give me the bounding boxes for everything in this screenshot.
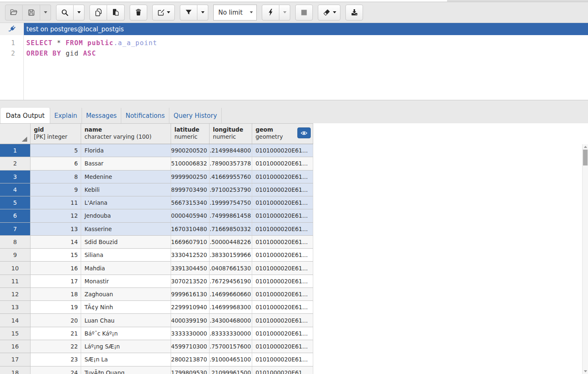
cell-geom[interactable]: 0101000020E61… (252, 183, 313, 196)
code-line-1[interactable]: SELECT * FROM public.a_a_point (26, 38, 157, 48)
cell-latitude[interactable]: 3070213520 (171, 275, 210, 288)
cell-gid[interactable]: 5 (31, 144, 81, 157)
cell-gid[interactable]: 21 (31, 327, 81, 340)
row-number-cell[interactable]: 7 (0, 223, 31, 236)
table-row[interactable]: 9 15 Siliana 3330412520 .38330159966 010… (0, 249, 313, 262)
cell-gid[interactable]: 13 (31, 223, 81, 236)
cell-longitude[interactable]: .83333330000 (210, 327, 252, 340)
table-row[interactable]: 3 8 Medenine 9999900250 .41669955760 010… (0, 170, 313, 183)
cell-latitude[interactable]: 1799809530 (171, 366, 210, 374)
execute-options-caret-button[interactable] (279, 5, 290, 20)
cell-name[interactable]: L'Ariana (81, 196, 171, 209)
table-row[interactable]: 7 13 Kasserine 1670310480 .71669850332 0… (0, 223, 313, 236)
row-number-cell[interactable]: 1 (0, 144, 31, 157)
cell-geom[interactable]: 0101000020E61… (252, 223, 313, 236)
row-number-cell[interactable]: 10 (0, 262, 31, 275)
cell-longitude[interactable]: .75700157600 (210, 340, 252, 353)
table-row[interactable]: 8 14 Sdid Bouzid 1669607910 .50000448226… (0, 236, 313, 249)
cell-longitude[interactable]: .34300468000 (210, 314, 252, 327)
cell-gid[interactable]: 11 (31, 196, 81, 209)
cell-geom[interactable]: 0101000020E61… (252, 157, 313, 170)
save-options-caret-button[interactable] (40, 5, 51, 20)
stop-button[interactable] (295, 5, 313, 20)
row-number-cell[interactable]: 12 (0, 288, 31, 301)
paste-button[interactable] (107, 5, 125, 20)
tab-query-history[interactable]: Query History (169, 108, 222, 123)
cell-gid[interactable]: 9 (31, 183, 81, 196)
table-row[interactable]: 16 22 Láº¡ng SÆ¡n 4599710300 .7570015760… (0, 340, 313, 353)
cell-name[interactable]: Siliana (81, 249, 171, 262)
cell-gid[interactable]: 24 (31, 366, 81, 374)
table-row[interactable]: 13 19 TÃ¢y Ninh 2299910940 .14699968300 … (0, 301, 313, 314)
cell-geom[interactable]: 0101000020E61… (252, 288, 313, 301)
filter-options-caret-button[interactable] (197, 5, 208, 20)
cell-name[interactable]: Láº¡ng SÆ¡n (81, 340, 171, 353)
cell-name[interactable]: Monastir (81, 275, 171, 288)
cell-geom[interactable]: 0101000020E61… (252, 209, 313, 222)
row-number-cell[interactable]: 2 (0, 157, 31, 170)
cell-geom[interactable]: 0101000020E61… (252, 275, 313, 288)
table-row[interactable]: 14 20 Luan Chau 4000399190 .34300468000 … (0, 314, 313, 327)
row-number-cell[interactable]: 5 (0, 196, 31, 209)
row-limit-select[interactable]: No limit (213, 5, 257, 20)
cell-longitude[interactable]: .41669955760 (210, 170, 252, 183)
cell-geom[interactable]: 0101000020E61… (252, 327, 313, 340)
tab-data-output[interactable]: Data Output (1, 108, 50, 123)
cell-name[interactable]: TuyÃªn Quang (81, 366, 171, 374)
cell-longitude[interactable]: .04087661530 (210, 262, 252, 275)
cell-name[interactable]: Mahdia (81, 262, 171, 275)
cell-name[interactable]: Florida (81, 144, 171, 157)
code-line-2[interactable]: ORDER BY gid ASC (26, 48, 96, 59)
find-options-caret-button[interactable] (74, 5, 84, 20)
cell-latitude[interactable]: 4599710300 (171, 340, 210, 353)
cell-longitude[interactable]: .74999861458 (210, 209, 252, 222)
cell-longitude[interactable]: .14699968300 (210, 301, 252, 314)
cell-geom[interactable]: 0101000020E61… (252, 262, 313, 275)
cell-gid[interactable]: 12 (31, 209, 81, 222)
cell-geom[interactable]: 0101000020E61… (252, 340, 313, 353)
cell-longitude[interactable]: .78900357378 (210, 157, 252, 170)
cell-name[interactable]: Jendouba (81, 209, 171, 222)
cell-geom[interactable]: 0101000020E61… (252, 144, 313, 157)
table-row[interactable]: 18 24 TuyÃªn Quang 1799809530 .210999615… (0, 366, 313, 374)
row-number-cell[interactable]: 17 (0, 353, 31, 366)
cell-latitude[interactable]: 4000399190 (171, 314, 210, 327)
scroll-down-arrow-icon[interactable] (584, 370, 587, 372)
vertical-scrollbar[interactable] (582, 144, 588, 374)
cell-gid[interactable]: 8 (31, 170, 81, 183)
cell-name[interactable]: Medenine (81, 170, 171, 183)
table-row[interactable]: 2 6 Bassar 5100006832 .78900357378 01010… (0, 157, 313, 170)
cell-name[interactable]: Sdid Bouzid (81, 236, 171, 249)
cell-gid[interactable]: 20 (31, 314, 81, 327)
cell-longitude[interactable]: .50000448226 (210, 236, 252, 249)
cell-gid[interactable]: 17 (31, 275, 81, 288)
cell-name[interactable]: Bassar (81, 157, 171, 170)
row-number-cell[interactable]: 3 (0, 170, 31, 183)
open-file-button[interactable] (5, 5, 23, 20)
cell-gid[interactable]: 19 (31, 301, 81, 314)
save-file-button[interactable] (23, 5, 40, 20)
cell-gid[interactable]: 23 (31, 353, 81, 366)
cell-geom[interactable]: 0101000020E61… (252, 301, 313, 314)
cell-latitude[interactable]: 3391304450 (171, 262, 210, 275)
cell-longitude[interactable]: .71669850332 (210, 223, 252, 236)
column-header-latitude[interactable]: latitude numeric (171, 124, 210, 144)
copy-button[interactable] (89, 5, 107, 20)
table-row[interactable]: 6 12 Jendouba 0000405940 .74999861458 01… (0, 209, 313, 222)
table-row[interactable]: 5 11 L'Ariana 5667315340 .19999754750 01… (0, 196, 313, 209)
edit-button[interactable] (152, 5, 175, 20)
download-button[interactable] (345, 5, 363, 20)
delete-button[interactable] (130, 5, 147, 20)
cell-gid[interactable]: 16 (31, 262, 81, 275)
cell-name[interactable]: Luan Chau (81, 314, 171, 327)
table-row[interactable]: 10 16 Mahdia 3391304450 .04087661530 010… (0, 262, 313, 275)
cell-latitude[interactable]: 1670310480 (171, 223, 210, 236)
cell-longitude[interactable]: .38330159966 (210, 249, 252, 262)
tab-notifications[interactable]: Notifications (121, 108, 169, 123)
cell-latitude[interactable]: 2299910940 (171, 301, 210, 314)
cell-longitude[interactable]: .97100253790 (210, 183, 252, 196)
select-all-header-cell[interactable] (0, 124, 31, 144)
tab-explain[interactable]: Explain (50, 108, 82, 123)
row-number-cell[interactable]: 18 (0, 366, 31, 374)
scroll-up-arrow-icon[interactable] (584, 146, 587, 148)
